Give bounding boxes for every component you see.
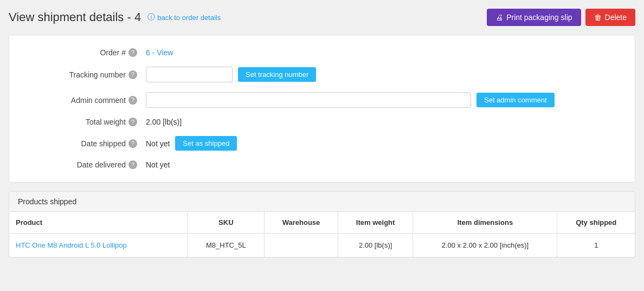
tracking-help-icon[interactable]: ?: [128, 70, 137, 79]
total-weight-text: 2.00 [lb(s)]: [146, 118, 182, 126]
cell-item-dimensions: 2.00 x 2.00 x 2.00 [inch(es)]: [413, 234, 557, 257]
order-link[interactable]: 6 - View: [146, 48, 173, 57]
page-title: View shipment details - 4: [9, 10, 141, 24]
col-header-item-weight: Item weight: [338, 212, 413, 234]
date-delivered-help-icon[interactable]: ?: [128, 160, 137, 169]
print-packaging-slip-button[interactable]: Print packaging slip: [487, 9, 581, 26]
order-help-icon[interactable]: ?: [128, 48, 137, 57]
products-table: Product SKU Warehouse Item weight Item d…: [9, 212, 635, 257]
set-tracking-number-button[interactable]: Set tracking number: [238, 67, 316, 82]
total-weight-value: 2.00 [lb(s)]: [146, 118, 617, 126]
order-label: Order # ?: [27, 48, 146, 57]
page-title-area: View shipment details - 4 back to order …: [9, 10, 221, 24]
set-as-shipped-button[interactable]: Set as shipped: [175, 136, 237, 151]
back-to-order-link[interactable]: back to order details: [147, 12, 221, 22]
order-row: Order # ? 6 - View: [27, 48, 617, 57]
cell-warehouse: [265, 234, 338, 257]
print-button-label: Print packaging slip: [506, 13, 572, 22]
total-weight-help-icon[interactable]: ?: [128, 118, 137, 126]
date-delivered-value: Not yet: [146, 160, 617, 169]
tracking-label: Tracking number ?: [27, 70, 146, 79]
tracking-input[interactable]: [146, 67, 233, 82]
products-shipped-header: Products shipped: [9, 191, 635, 212]
tracking-value: Set tracking number: [146, 67, 617, 82]
admin-comment-value: Set admin comment: [146, 92, 617, 108]
admin-comment-help-icon[interactable]: ?: [128, 96, 137, 105]
delete-button[interactable]: Delete: [585, 9, 635, 26]
admin-comment-label: Admin comment ?: [27, 96, 146, 105]
col-header-product: Product: [9, 212, 188, 234]
total-weight-row: Total weight ? 2.00 [lb(s)]: [27, 118, 617, 126]
product-link[interactable]: HTC One M8 Android L 5.0 Lollipop: [16, 241, 127, 249]
date-delivered-label: Date delivered ?: [27, 160, 146, 169]
date-shipped-value: Not yet Set as shipped: [146, 136, 617, 151]
col-header-qty-shipped: Qty shipped: [557, 212, 635, 234]
tracking-row: Tracking number ? Set tracking number: [27, 67, 617, 82]
cell-product: HTC One M8 Android L 5.0 Lollipop: [9, 234, 188, 257]
col-header-warehouse: Warehouse: [265, 212, 338, 234]
table-row: HTC One M8 Android L 5.0 LollipopM8_HTC_…: [9, 234, 635, 257]
shipment-details-card: Order # ? 6 - View Tracking number ? Set…: [9, 35, 635, 183]
date-shipped-label: Date shipped ?: [27, 139, 146, 148]
date-shipped-row: Date shipped ? Not yet Set as shipped: [27, 136, 617, 151]
col-header-sku: SKU: [188, 212, 265, 234]
table-header-row: Product SKU Warehouse Item weight Item d…: [9, 212, 635, 234]
admin-comment-row: Admin comment ? Set admin comment: [27, 92, 617, 108]
delete-button-label: Delete: [605, 13, 627, 22]
date-shipped-text: Not yet: [146, 139, 170, 148]
page-header: View shipment details - 4 back to order …: [9, 9, 635, 26]
set-admin-comment-button[interactable]: Set admin comment: [476, 93, 555, 107]
products-shipped-section: Products shipped Product SKU Warehouse I…: [9, 191, 635, 257]
date-delivered-row: Date delivered ? Not yet: [27, 160, 617, 169]
products-table-container: Product SKU Warehouse Item weight Item d…: [9, 212, 635, 257]
order-value: 6 - View: [146, 48, 617, 57]
admin-comment-input[interactable]: [146, 92, 471, 108]
cell-qty-shipped: 1: [557, 234, 635, 257]
total-weight-label: Total weight ?: [27, 118, 146, 126]
cell-item-weight: 2.00 [lb(s)]: [338, 234, 413, 257]
trash-icon: [594, 13, 602, 22]
col-header-item-dimensions: Item dimensions: [413, 212, 557, 234]
print-icon: [495, 13, 503, 22]
date-shipped-help-icon[interactable]: ?: [128, 139, 137, 148]
cell-sku: M8_HTC_5L: [188, 234, 265, 257]
date-delivered-text: Not yet: [146, 160, 170, 169]
header-buttons: Print packaging slip Delete: [487, 9, 635, 26]
